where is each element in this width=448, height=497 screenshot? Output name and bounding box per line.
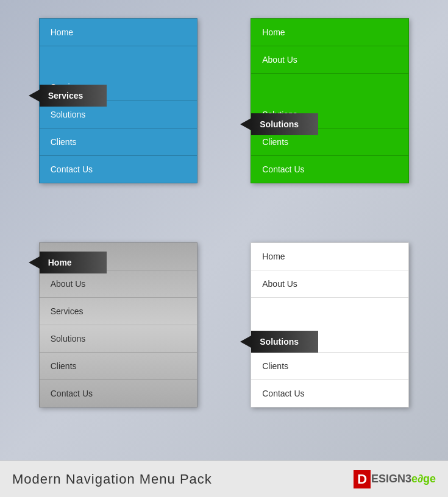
- blue-item-clients[interactable]: Clients: [40, 129, 197, 156]
- gray-tab-arrow: [29, 256, 40, 269]
- logo: D ESIGN3e∂ge: [354, 470, 436, 488]
- logo-d: D: [354, 470, 371, 488]
- white-tab-label: Solutions: [251, 331, 318, 353]
- blue-menu-container: Services Home About Us Services Solution…: [24, 18, 212, 218]
- menus-wrapper: Services Home About Us Services Solution…: [0, 0, 448, 460]
- white-active-tab: Solutions: [240, 331, 318, 353]
- green-item-contact[interactable]: Contact Us: [251, 156, 408, 183]
- logo-edge: e∂ge: [411, 473, 436, 485]
- white-item-about[interactable]: About Us: [251, 270, 408, 298]
- green-menu-container: Solutions Home About Us Services Solutio…: [236, 18, 424, 218]
- white-tab-arrow: [240, 336, 251, 348]
- white-item-home[interactable]: Home: [251, 243, 408, 270]
- green-tab-label: Solutions: [251, 113, 318, 135]
- blue-active-tab: Services: [29, 85, 107, 107]
- white-item-clients[interactable]: Clients: [251, 353, 408, 380]
- blue-tab-label: Services: [40, 85, 107, 107]
- green-tab-arrow: [240, 118, 251, 130]
- gray-item-clients[interactable]: Clients: [40, 353, 197, 380]
- green-active-tab: Solutions: [240, 113, 318, 135]
- blue-item-home[interactable]: Home: [40, 19, 197, 46]
- gray-menu-container: Home Home About Us Services Solutions Cl…: [24, 242, 212, 442]
- footer-title: Modern Navigation Menu Pack: [12, 471, 212, 487]
- gray-active-tab: Home: [29, 252, 107, 273]
- logo-rest: ESIGN3e∂ge: [371, 473, 436, 485]
- bottom-bar: Modern Navigation Menu Pack D ESIGN3e∂ge: [0, 460, 448, 497]
- blue-tab-arrow: [29, 90, 40, 102]
- gray-item-services[interactable]: Services: [40, 298, 197, 325]
- gray-tab-label: Home: [40, 252, 107, 273]
- blue-item-contact[interactable]: Contact Us: [40, 156, 197, 183]
- blue-nav-menu: Services Home About Us Services Solution…: [39, 18, 197, 183]
- white-item-contact[interactable]: Contact Us: [251, 380, 408, 407]
- gray-item-contact[interactable]: Contact Us: [40, 380, 197, 407]
- green-item-about[interactable]: About Us: [251, 46, 408, 74]
- gray-item-about[interactable]: About Us: [40, 270, 197, 298]
- green-nav-menu: Solutions Home About Us Services Solutio…: [251, 18, 409, 183]
- white-nav-menu: Solutions Home About Us Services Solutio…: [251, 242, 409, 407]
- white-menu-container: Solutions Home About Us Services Solutio…: [236, 242, 424, 442]
- gray-nav-menu: Home Home About Us Services Solutions Cl…: [39, 242, 197, 407]
- green-item-home[interactable]: Home: [251, 19, 408, 46]
- gray-item-solutions[interactable]: Solutions: [40, 325, 197, 353]
